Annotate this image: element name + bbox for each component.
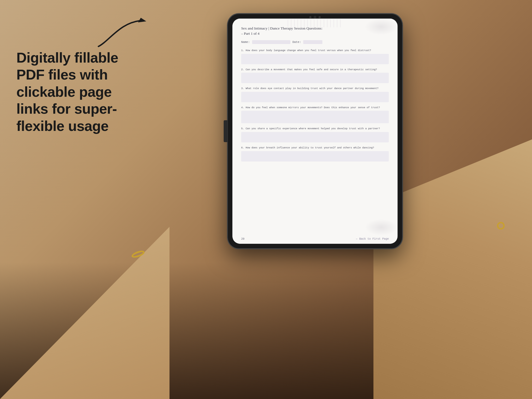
svg-marker-0: [138, 18, 146, 22]
question-6-text: 6. How does your breath influence your a…: [241, 146, 389, 150]
question-1: 1. How does your body language change wh…: [241, 49, 389, 64]
watermark-top: [365, 19, 397, 35]
question-1-text: 1. How does your body language change wh…: [241, 49, 389, 52]
answer-box-3[interactable]: [241, 92, 389, 102]
camera-lens: [314, 16, 316, 19]
question-3: 3. What role does eye contact play in bu…: [241, 87, 389, 102]
tablet-camera-area: [309, 16, 321, 19]
back-to-first-page-link[interactable]: ← Back to First Page: [356, 237, 389, 240]
tablet-wrapper: Sex and Intimacy | Dance Therapy Session…: [227, 14, 402, 249]
question-2-text: 2. Can you describe a movement that make…: [241, 68, 389, 72]
headline-text: Digitally fillable PDF files with clicka…: [16, 49, 142, 134]
question-5-text: 5. Can you share a specific experience w…: [241, 127, 389, 131]
question-6: 6. How does your breath influence your a…: [241, 146, 389, 162]
arrow-icon: [93, 16, 153, 53]
name-label: Name:: [241, 40, 250, 44]
watermark-bottom: [365, 219, 397, 236]
page-number: 20: [241, 237, 244, 240]
tablet-screen: Sex and Intimacy | Dance Therapy Session…: [232, 19, 397, 244]
camera-dot-2: [318, 16, 321, 18]
floral-decoration-top: [288, 19, 342, 27]
answer-box-4[interactable]: [241, 111, 389, 123]
tablet-device: Sex and Intimacy | Dance Therapy Session…: [227, 14, 402, 249]
camera-dot-1: [309, 16, 311, 18]
pdf-footer: 20 ← Back to First Page: [241, 237, 389, 240]
answer-box-6[interactable]: [241, 151, 389, 162]
date-input-field[interactable]: [303, 40, 322, 44]
question-4: 4. How do you feel when someone mirrors …: [241, 106, 389, 124]
question-5: 5. Can you share a specific experience w…: [241, 127, 389, 142]
question-4-text: 4. How do you feel when someone mirrors …: [241, 106, 389, 110]
date-label: Date:: [293, 40, 301, 44]
tablet-side-button: [224, 120, 227, 142]
question-3-text: 3. What role does eye contact play in bu…: [241, 87, 389, 90]
pdf-page: Sex and Intimacy | Dance Therapy Session…: [232, 19, 397, 244]
pdf-name-row: Name: Date:: [241, 40, 389, 44]
gold-ring-right: [497, 222, 505, 230]
answer-box-2[interactable]: [241, 73, 389, 83]
left-text-block: Digitally fillable PDF files with clicka…: [16, 49, 142, 134]
name-input-field[interactable]: [252, 40, 290, 44]
answer-box-5[interactable]: [241, 132, 389, 142]
answer-box-1[interactable]: [241, 54, 389, 64]
question-2: 2. Can you describe a movement that make…: [241, 68, 389, 83]
